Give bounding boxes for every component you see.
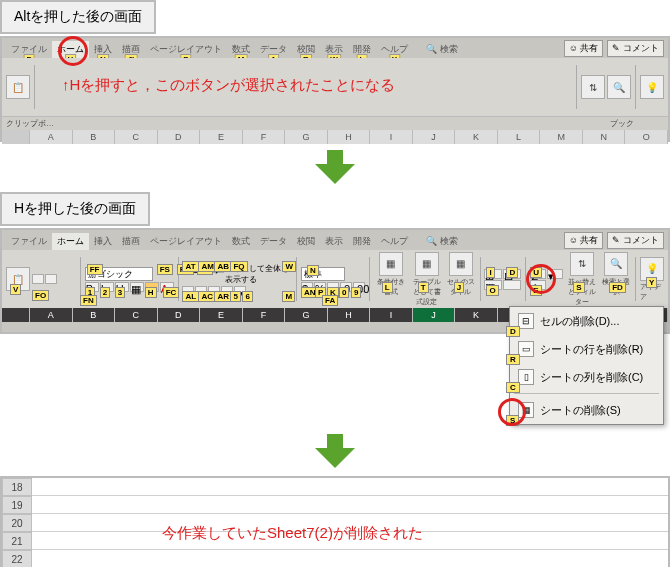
- ctx-separator: [514, 393, 659, 394]
- col-C[interactable]: C: [115, 130, 158, 144]
- keytip-ar: AR: [214, 291, 232, 302]
- keytip-o: O: [486, 285, 498, 296]
- col-N[interactable]: N: [583, 130, 626, 144]
- keytip-l: L: [382, 282, 393, 293]
- section2-title: Hを押した後の画面: [0, 192, 150, 226]
- col-H[interactable]: H: [328, 130, 371, 144]
- row-20: 20 今作業していたSheet7(2)が削除された: [2, 514, 668, 532]
- comment-button[interactable]: ✎ コメント: [607, 40, 664, 57]
- ctx-delete-col[interactable]: C ▯ シートの列を削除(C): [510, 363, 663, 391]
- down-arrow-1: [315, 150, 355, 184]
- delete-cells-icon-ctx: ⊟: [518, 313, 534, 329]
- keytip-fc: FC: [163, 287, 180, 298]
- tab-file[interactable]: ファイルF: [6, 41, 52, 58]
- keytip-at: AT: [182, 261, 198, 272]
- col-J[interactable]: J: [413, 130, 456, 144]
- ctx-delete-sheet[interactable]: S ▦ シートの削除(S): [510, 396, 663, 424]
- find-icon[interactable]: 🔍: [607, 75, 631, 99]
- keytip-al: AL: [182, 291, 199, 302]
- tab-insert[interactable]: 挿入N: [89, 41, 117, 58]
- keytip-fq: FQ: [230, 261, 247, 272]
- keytip-n: N: [307, 265, 319, 276]
- tab-data-2[interactable]: データ: [255, 233, 292, 250]
- keytip-0: 0: [339, 287, 349, 298]
- tab-view-2[interactable]: 表示: [320, 233, 348, 250]
- share-button-2[interactable]: ☺ 共有: [564, 232, 604, 249]
- table-format-icon[interactable]: ▦: [415, 252, 439, 276]
- delete-context-menu: D ⊟ セルの削除(D)... R ▭ シートの行を削除(R) C ▯ シートの…: [509, 306, 664, 425]
- keytip-fd: FD: [609, 282, 626, 293]
- keytip-fa: FA: [322, 295, 338, 306]
- section1-title: Altを押した後の画面: [0, 0, 156, 34]
- col-B[interactable]: B: [73, 130, 116, 144]
- ctx-key-s: S: [506, 415, 519, 426]
- tab-dev[interactable]: 開発L: [348, 41, 376, 58]
- copy-icon[interactable]: [45, 274, 57, 284]
- tab-help-2[interactable]: ヘルプ: [376, 233, 413, 250]
- column-headers-1: A B C D E F G H I J K L M N O: [2, 130, 668, 144]
- border-icon[interactable]: ▦: [130, 282, 144, 292]
- col-G[interactable]: G: [285, 130, 328, 144]
- group-clipboard: クリップボ…: [2, 116, 58, 130]
- tab-file-2[interactable]: ファイル: [6, 233, 52, 250]
- col-L[interactable]: L: [498, 130, 541, 144]
- row-18: 18: [2, 478, 668, 496]
- sort-filter-icon[interactable]: ⇅: [581, 75, 605, 99]
- fill-icon[interactable]: ▾: [547, 269, 563, 279]
- ctx-delete-cells[interactable]: D ⊟ セルの削除(D)...: [510, 307, 663, 335]
- delete-sheet-icon-ctx: ▦: [518, 402, 534, 418]
- col-M[interactable]: M: [540, 130, 583, 144]
- tab-dev-2[interactable]: 開発: [348, 233, 376, 250]
- result-sheet: 18 19 20 今作業していたSheet7(2)が削除された 21 22 ◄ …: [0, 476, 670, 567]
- tab-help[interactable]: ヘルプY: [376, 41, 413, 58]
- cell-style-icon[interactable]: ▦: [449, 252, 473, 276]
- tab-draw[interactable]: 描画JI: [117, 41, 145, 58]
- comment-button-2[interactable]: ✎ コメント: [607, 232, 664, 249]
- ctx-key-c: C: [506, 382, 520, 393]
- tab-view[interactable]: 表示W: [320, 41, 348, 58]
- tab-formula-2[interactable]: 数式: [227, 233, 255, 250]
- keytip-ac: AC: [198, 291, 216, 302]
- keytip-j: J: [454, 282, 464, 293]
- svg-marker-1: [315, 434, 355, 468]
- col-K[interactable]: K: [455, 130, 498, 144]
- col-I[interactable]: I: [370, 130, 413, 144]
- tab-review-2[interactable]: 校閲: [292, 233, 320, 250]
- tab-data[interactable]: データA: [255, 41, 292, 58]
- col-F[interactable]: F: [243, 130, 286, 144]
- cond-format-icon[interactable]: ▦: [379, 252, 403, 276]
- tab-insert-2[interactable]: 挿入: [89, 233, 117, 250]
- idea-icon[interactable]: 💡: [640, 75, 664, 99]
- tab-home[interactable]: ホームH: [52, 41, 89, 58]
- keytip-5: 5: [230, 291, 240, 302]
- keytip-fn: FN: [80, 295, 97, 306]
- tab-layout[interactable]: ページレイアウトP: [145, 41, 227, 58]
- col-O[interactable]: O: [625, 130, 668, 144]
- share-button[interactable]: ☺ 共有: [564, 40, 604, 57]
- col-A[interactable]: A: [30, 130, 73, 144]
- keytip-ff: FF: [87, 264, 103, 275]
- keytip-3: 3: [115, 287, 125, 298]
- cut-icon[interactable]: [32, 274, 44, 284]
- sort-filter-icon-2[interactable]: ⇅: [570, 252, 594, 276]
- paste-icon[interactable]: 📋: [6, 75, 30, 99]
- tab-layout-2[interactable]: ページレイアウト: [145, 233, 227, 250]
- col-E[interactable]: E: [200, 130, 243, 144]
- ribbon-after-alt: ☺ 共有 ✎ コメント ファイルF ホームH 挿入N 描画JI ページレイアウト…: [0, 36, 670, 142]
- annotation-h-note: ↑Hを押すと，このボタンが選択されたことになる: [62, 76, 395, 95]
- keytip-9: 9: [351, 287, 361, 298]
- col-D[interactable]: D: [158, 130, 201, 144]
- tab-home-2[interactable]: ホーム: [52, 233, 89, 250]
- search-box-2[interactable]: 🔍 検索: [421, 233, 463, 250]
- keytip-y: Y: [646, 277, 657, 288]
- keytip-2: 2: [100, 287, 110, 298]
- delete-row-icon-ctx: ▭: [518, 341, 534, 357]
- tab-draw-2[interactable]: 描画: [117, 233, 145, 250]
- keytip-m: M: [282, 291, 295, 302]
- search-box[interactable]: 🔍 検索: [421, 41, 463, 58]
- ctx-delete-row[interactable]: R ▭ シートの行を削除(R): [510, 335, 663, 363]
- tab-review[interactable]: 校閲R: [292, 41, 320, 58]
- tab-formula[interactable]: 数式M: [227, 41, 255, 58]
- find-select-icon[interactable]: 🔍: [604, 252, 628, 276]
- row-19: 19: [2, 496, 668, 514]
